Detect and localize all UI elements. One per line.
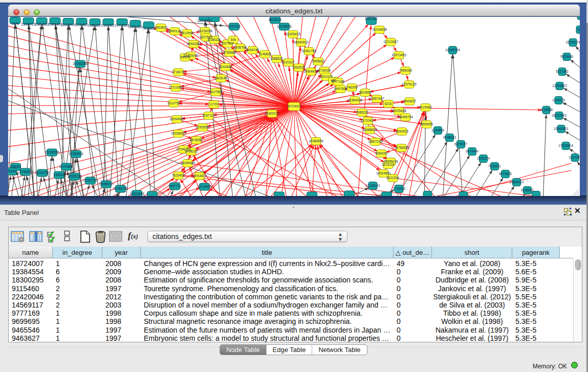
svg-text:3215958: 3215958	[540, 108, 553, 112]
svg-text:12213367: 12213367	[383, 40, 398, 43]
svg-text:19904438: 19904438	[303, 70, 318, 73]
svg-text:1610753: 1610753	[167, 101, 180, 105]
svg-text:10973493: 10973493	[391, 53, 406, 57]
svg-text:16033809: 16033809	[197, 19, 212, 23]
svg-text:7632621: 7632621	[488, 164, 501, 168]
svg-text:1733426: 1733426	[393, 187, 405, 190]
svg-text:13325419: 13325419	[286, 32, 300, 36]
svg-text:12342757: 12342757	[35, 171, 50, 174]
svg-text:7485063: 7485063	[399, 69, 412, 72]
svg-text:1588520: 1588520	[270, 57, 283, 60]
svg-text:8454749: 8454749	[246, 48, 259, 52]
svg-text:8220317: 8220317	[282, 60, 295, 64]
svg-text:154519: 154519	[54, 173, 65, 177]
svg-text:6879197: 6879197	[454, 142, 467, 146]
svg-text:7955812: 7955812	[312, 59, 324, 63]
svg-text:9245012: 9245012	[521, 188, 534, 192]
svg-text:9575: 9575	[11, 22, 19, 26]
svg-text:10719155: 10719155	[115, 24, 129, 27]
svg-text:1615112: 1615112	[382, 163, 395, 166]
svg-text:10653267: 10653267	[88, 24, 102, 27]
svg-text:20053346: 20053346	[73, 62, 88, 65]
svg-text:16961758: 16961758	[301, 49, 316, 53]
svg-text:19375887: 19375887	[59, 165, 74, 168]
svg-text:9498222: 9498222	[185, 149, 198, 153]
svg-text:835061: 835061	[10, 165, 21, 168]
svg-text:12156829: 12156829	[18, 170, 33, 173]
svg-text:8660124: 8660124	[168, 29, 181, 33]
svg-text:18133704: 18133704	[61, 23, 76, 27]
svg-text:1327602: 1327602	[102, 24, 115, 27]
svg-text:9327504: 9327504	[221, 41, 234, 45]
svg-text:9734028: 9734028	[318, 69, 331, 72]
svg-text:8471676: 8471676	[499, 172, 512, 176]
svg-text:17016504: 17016504	[558, 144, 573, 147]
svg-text:9899695: 9899695	[420, 122, 433, 126]
svg-text:9227342: 9227342	[556, 70, 569, 73]
svg-text:18724007: 18724007	[287, 104, 301, 108]
svg-text:20894562: 20894562	[34, 23, 49, 26]
svg-text:14524851: 14524851	[376, 171, 391, 175]
svg-text:8756685: 8756685	[223, 51, 236, 54]
svg-text:6497508: 6497508	[334, 87, 347, 91]
svg-text:39154: 39154	[8, 169, 16, 173]
svg-text:1117: 1117	[577, 28, 580, 31]
svg-text:3824554: 3824554	[359, 91, 372, 94]
svg-text:10807487: 10807487	[369, 97, 384, 100]
svg-text:17957225: 17957225	[83, 179, 98, 182]
svg-text:25300273: 25300273	[265, 112, 279, 115]
svg-text:8186328: 8186328	[208, 38, 221, 41]
svg-text:13495794: 13495794	[398, 115, 413, 119]
svg-text:16543382: 16543382	[186, 42, 201, 46]
svg-text:18640910: 18640910	[294, 40, 309, 44]
svg-text:19384554: 19384554	[309, 139, 323, 143]
svg-text:13716485: 13716485	[197, 185, 212, 188]
svg-text:2935114: 2935114	[477, 157, 490, 160]
svg-text:16154838: 16154838	[372, 28, 387, 31]
svg-text:9242848: 9242848	[219, 65, 232, 69]
svg-text:17359924: 17359924	[69, 152, 83, 156]
svg-text:8938923: 8938923	[443, 136, 456, 139]
svg-text:10958157: 10958157	[99, 182, 114, 186]
svg-text:10025438: 10025438	[391, 109, 406, 113]
svg-text:20691406: 20691406	[48, 23, 62, 26]
svg-text:15751074: 15751074	[565, 40, 580, 44]
svg-text:2836768: 2836768	[234, 46, 247, 49]
svg-text:15692901: 15692901	[554, 127, 569, 130]
svg-text:16210643: 16210643	[552, 114, 567, 117]
svg-text:12093822: 12093822	[552, 84, 567, 87]
svg-text:9474444: 9474444	[466, 149, 478, 153]
svg-text:7986322: 7986322	[356, 111, 368, 114]
svg-text:16054985: 16054985	[169, 117, 184, 121]
svg-text:7625402: 7625402	[172, 173, 185, 177]
svg-text:15720407: 15720407	[360, 119, 375, 122]
svg-text:1640954: 1640954	[431, 128, 444, 132]
svg-text:9463627: 9463627	[403, 99, 416, 103]
svg-text:2087662: 2087662	[365, 17, 378, 20]
svg-text:12505135: 12505135	[67, 174, 82, 178]
svg-text:6216: 6216	[384, 102, 392, 105]
svg-text:3267110: 3267110	[202, 114, 215, 117]
svg-text:98996: 98996	[181, 55, 190, 59]
svg-text:546: 546	[230, 38, 236, 41]
svg-text:12213369: 12213369	[168, 85, 183, 89]
svg-text:10654112: 10654112	[510, 180, 524, 184]
svg-text:9427552: 9427552	[209, 90, 222, 94]
svg-text:20364436: 20364436	[347, 98, 362, 102]
svg-text:9131522: 9131522	[75, 23, 88, 27]
svg-text:7515526: 7515526	[142, 27, 155, 30]
svg-text:23055713: 23055713	[21, 23, 36, 26]
svg-text:2803144: 2803144	[214, 76, 227, 80]
svg-text:8912954: 8912954	[181, 31, 193, 35]
svg-text:19218596: 19218596	[277, 25, 292, 28]
svg-text:2718176: 2718176	[172, 70, 185, 74]
svg-text:16782759: 16782759	[113, 187, 128, 190]
svg-text:16648784: 16648784	[445, 48, 460, 52]
svg-text:14136141: 14136141	[365, 184, 380, 187]
svg-text:1921072: 1921072	[320, 75, 333, 78]
svg-text:10688609: 10688609	[362, 128, 377, 132]
svg-text:9777169: 9777169	[332, 80, 344, 83]
svg-text:23226058: 23226058	[198, 29, 212, 33]
svg-text:2522254: 2522254	[386, 176, 399, 180]
svg-text:9457771: 9457771	[168, 184, 181, 188]
